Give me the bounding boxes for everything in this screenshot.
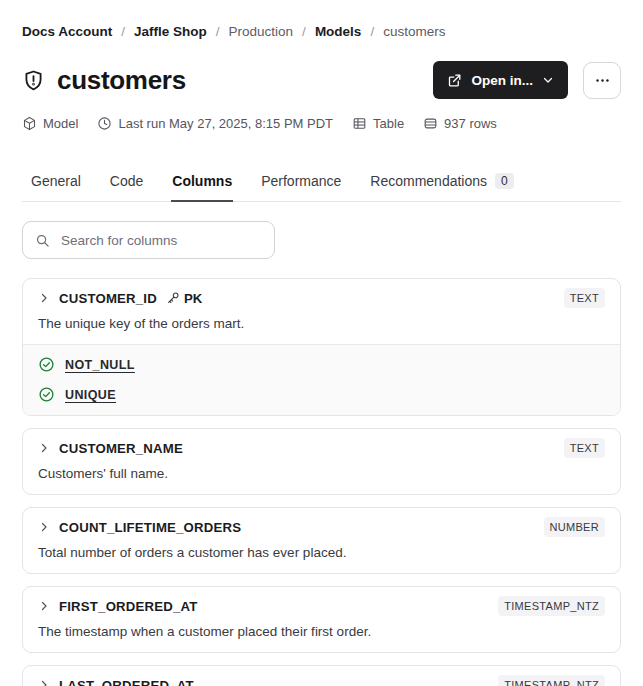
breadcrumb-item[interactable]: Jaffle Shop	[134, 24, 207, 40]
column-card: COUNT_LIFETIME_ORDERS NUMBER Total numbe…	[22, 507, 621, 574]
tests-section: NOT_NULLUNIQUE	[23, 344, 620, 415]
tab-columns[interactable]: Columns	[171, 167, 233, 201]
breadcrumb-item[interactable]: Production	[229, 24, 294, 40]
chevron-down-icon	[542, 74, 554, 86]
data-type-badge: TIMESTAMP_NTZ	[498, 675, 605, 686]
data-type-badge: TEXT	[564, 438, 605, 458]
test-link[interactable]: UNIQUE	[65, 388, 116, 402]
open-in-button[interactable]: Open in...	[433, 61, 568, 99]
resource-type: Model	[22, 116, 78, 131]
chevron-right-icon[interactable]	[38, 679, 50, 686]
tab-count-badge: 0	[495, 173, 514, 189]
column-header[interactable]: CUSTOMER_NAME TEXT	[38, 438, 605, 458]
page-header: customers Open in...	[22, 61, 621, 99]
column-card: FIRST_ORDERED_AT TIMESTAMP_NTZ The times…	[22, 586, 621, 653]
column-description: The unique key of the orders mart.	[38, 315, 605, 332]
column-card: CUSTOMER_NAME TEXT Customers' full name.	[22, 428, 621, 495]
metadata-row: Model Last run May 27, 2025, 8:15 PM PDT…	[22, 116, 621, 131]
key-icon	[166, 291, 180, 305]
column-card: LAST_ORDERED_AT TIMESTAMP_NTZ The timest…	[22, 665, 621, 686]
last-run-label: Last run May 27, 2025, 8:15 PM PDT	[118, 116, 333, 131]
tab-label: Performance	[261, 173, 341, 189]
tab-general[interactable]: General	[30, 167, 82, 201]
search-icon	[35, 233, 50, 248]
clock-icon	[97, 116, 112, 131]
check-circle-icon	[38, 386, 55, 403]
tab-performance[interactable]: Performance	[260, 167, 342, 201]
model-cube-icon	[22, 116, 37, 131]
breadcrumb-item[interactable]: Models	[315, 24, 362, 40]
column-name: FIRST_ORDERED_AT	[59, 599, 198, 614]
chevron-right-icon[interactable]	[38, 521, 50, 533]
breadcrumb-separator: /	[370, 24, 374, 40]
data-type-badge: NUMBER	[544, 517, 605, 537]
resource-type-label: Model	[43, 116, 78, 131]
column-name: CUSTOMER_ID	[59, 291, 157, 306]
row-count: 937 rows	[423, 116, 497, 131]
health-shield-icon	[22, 69, 45, 92]
materialization: Table	[352, 116, 404, 131]
tab-label: Code	[110, 173, 143, 189]
tab-label: Columns	[172, 173, 232, 189]
external-link-icon	[447, 73, 462, 88]
column-name: COUNT_LIFETIME_ORDERS	[59, 520, 241, 535]
search-box	[22, 221, 275, 259]
test-link[interactable]: NOT_NULL	[65, 358, 135, 372]
tab-code[interactable]: Code	[109, 167, 144, 201]
column-description: Customers' full name.	[38, 465, 605, 482]
table-icon	[352, 116, 367, 131]
chevron-right-icon[interactable]	[38, 442, 50, 454]
chevron-right-icon[interactable]	[38, 600, 50, 612]
column-header[interactable]: CUSTOMER_ID PK TEXT	[38, 288, 605, 308]
columns-list: CUSTOMER_ID PK TEXT The unique key of th…	[22, 278, 621, 686]
column-description: Total number of orders a customer has ev…	[38, 544, 605, 561]
column-name: CUSTOMER_NAME	[59, 441, 183, 456]
breadcrumb-separator: /	[216, 24, 220, 40]
last-run: Last run May 27, 2025, 8:15 PM PDT	[97, 116, 333, 131]
row-count-label: 937 rows	[444, 116, 497, 131]
model-page: Docs Account/Jaffle Shop/Production/Mode…	[0, 0, 643, 686]
more-options-button[interactable]	[583, 62, 621, 99]
tab-recommendations[interactable]: Recommendations0	[369, 167, 514, 201]
breadcrumb-item[interactable]: Docs Account	[22, 24, 112, 40]
column-header[interactable]: FIRST_ORDERED_AT TIMESTAMP_NTZ	[38, 596, 605, 616]
column-header[interactable]: COUNT_LIFETIME_ORDERS NUMBER	[38, 517, 605, 537]
tab-bar: GeneralCodeColumnsPerformanceRecommendat…	[22, 167, 621, 202]
column-description: The timestamp when a customer placed the…	[38, 623, 605, 640]
tab-label: Recommendations	[370, 173, 487, 189]
breadcrumb-item[interactable]: customers	[383, 24, 445, 40]
breadcrumb-separator: /	[121, 24, 125, 40]
breadcrumb: Docs Account/Jaffle Shop/Production/Mode…	[22, 24, 621, 40]
column-card: CUSTOMER_ID PK TEXT The unique key of th…	[22, 278, 621, 416]
data-type-badge: TIMESTAMP_NTZ	[498, 596, 605, 616]
primary-key-tag: PK	[166, 291, 202, 306]
breadcrumb-separator: /	[302, 24, 306, 40]
column-header[interactable]: LAST_ORDERED_AT TIMESTAMP_NTZ	[38, 675, 605, 686]
materialization-label: Table	[373, 116, 404, 131]
page-title: customers	[57, 65, 186, 96]
search-input[interactable]	[59, 232, 262, 249]
column-name: LAST_ORDERED_AT	[59, 678, 194, 686]
database-icon	[423, 116, 438, 131]
ellipsis-icon	[594, 72, 611, 89]
pk-label: PK	[184, 291, 202, 306]
check-circle-icon	[38, 356, 55, 373]
tab-label: General	[31, 173, 81, 189]
data-type-badge: TEXT	[564, 288, 605, 308]
chevron-right-icon[interactable]	[38, 292, 50, 304]
open-in-label: Open in...	[471, 73, 533, 88]
test-row: UNIQUE	[38, 386, 605, 403]
test-row: NOT_NULL	[38, 356, 605, 373]
title-group: customers	[22, 65, 433, 96]
